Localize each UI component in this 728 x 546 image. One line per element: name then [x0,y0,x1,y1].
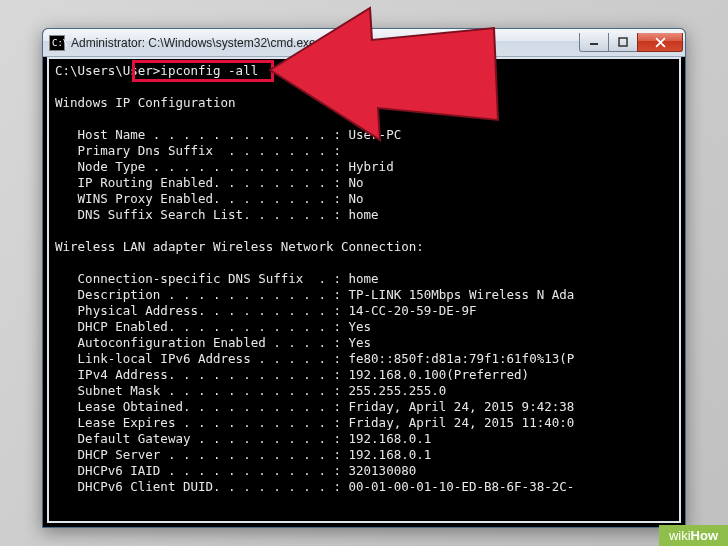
watermark: wikiHow [659,525,728,546]
adapter-header: Wireless LAN adapter Wireless Network Co… [55,239,424,254]
section-header: Windows IP Configuration [55,95,236,110]
maximize-button[interactable] [608,33,638,52]
svg-rect-0 [590,43,598,45]
close-button[interactable] [637,33,683,52]
terminal-area[interactable]: C:\Users\User>ipconfig -all Windows IP C… [47,57,681,523]
terminal-output: C:\Users\User>ipconfig -all Windows IP C… [49,59,679,499]
cmd-window: C:\ Administrator: C:\Windows\system32\c… [42,28,686,528]
cmd-icon: C:\ [49,35,65,51]
window-title: Administrator: C:\Windows\system32\cmd.e… [71,36,580,50]
svg-rect-1 [619,38,627,46]
minimize-button[interactable] [579,33,609,52]
window-controls [580,33,683,52]
titlebar[interactable]: C:\ Administrator: C:\Windows\system32\c… [43,29,685,57]
command-text: ipconfig -all [160,63,258,78]
prompt: C:\Users\User> [55,63,160,78]
